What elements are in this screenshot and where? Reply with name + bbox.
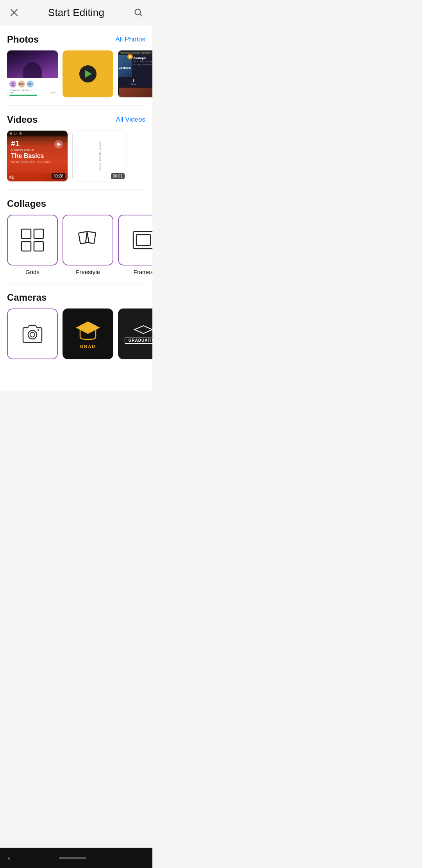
collages-header: Collages <box>0 198 152 215</box>
photo-item-3[interactable]: Adventure Comedy Animation Crime Family … <box>118 50 152 97</box>
videos-title: Videos <box>7 114 38 125</box>
svg-point-4 <box>12 83 14 84</box>
svg-rect-10 <box>86 231 96 244</box>
cameras-header: Cameras <box>0 292 152 308</box>
all-photos-link[interactable]: All Photos <box>115 36 145 43</box>
video-duration-1: 00:28 <box>52 173 65 179</box>
svg-point-14 <box>30 332 35 337</box>
photos-header: Photos All Photos <box>0 34 152 50</box>
frames-icon <box>131 228 152 253</box>
collage-grids-label: Grids <box>25 269 39 275</box>
svg-rect-7 <box>21 242 31 251</box>
graduation-icon <box>74 319 102 343</box>
collages-section: Collages Grids <box>0 190 152 283</box>
svg-point-15 <box>38 329 39 331</box>
collages-title: Collages <box>7 198 46 209</box>
svg-rect-12 <box>136 235 150 246</box>
svg-rect-5 <box>21 229 31 239</box>
collage-frames[interactable]: Frames <box>118 215 152 275</box>
page-title: Start Editing <box>48 7 104 19</box>
photos-title: Photos <box>7 34 39 45</box>
camera-item-3[interactable]: GRADUATION <box>118 308 152 359</box>
svg-rect-8 <box>34 242 43 251</box>
all-videos-link[interactable]: All Videos <box>116 116 145 124</box>
search-button[interactable] <box>131 5 145 20</box>
photo-item-2[interactable] <box>63 50 113 97</box>
cameras-section: Cameras <box>0 283 152 367</box>
grids-icon <box>20 228 45 253</box>
svg-marker-17 <box>134 326 152 334</box>
cameras-scroll: GRAD GRADUATION <box>0 308 152 363</box>
collage-freestyle-label: Freestyle <box>76 269 100 275</box>
videos-header: Videos All Videos <box>0 114 152 131</box>
collages-scroll: Grids Freestyle <box>0 215 152 279</box>
close-button[interactable] <box>7 5 21 20</box>
camera-item-2[interactable]: GRAD <box>63 308 113 359</box>
svg-marker-16 <box>76 321 100 334</box>
camera-icon <box>21 324 44 344</box>
svg-line-3 <box>139 14 142 16</box>
collage-frames-label: Frames <box>134 269 152 275</box>
video-item-1[interactable]: ⊞ ▷ ⚙ #1 Mobizen Tutorial The Basics Mob… <box>7 131 68 181</box>
video-item-2[interactable]: SKETCHMAR.TECH 00:01 <box>72 131 127 181</box>
svg-point-13 <box>28 330 37 339</box>
collage-grids[interactable]: Grids <box>7 215 58 275</box>
grad-cap-small-icon <box>134 324 152 336</box>
svg-rect-6 <box>34 229 43 239</box>
app-header: Start Editing <box>0 0 152 25</box>
video-duration-2: 00:01 <box>111 173 125 179</box>
main-content: Photos All Photos 100+ <box>0 25 152 391</box>
videos-scroll: ⊞ ▷ ⚙ #1 Mobizen Tutorial The Basics Mob… <box>0 131 152 185</box>
photo-item-1[interactable]: 100+ 100+ 12 Months: £2.91/mo Total:£34.… <box>7 50 58 97</box>
videos-section: Videos All Videos ⊞ ▷ ⚙ #1 Mobizen <box>0 106 152 189</box>
camera-item-1[interactable] <box>7 308 58 359</box>
photos-section: Photos All Photos 100+ <box>0 25 152 105</box>
freestyle-icon <box>75 228 100 253</box>
photos-scroll: 100+ 100+ 12 Months: £2.91/mo Total:£34.… <box>0 50 152 101</box>
collage-freestyle[interactable]: Freestyle <box>63 215 113 275</box>
cameras-title: Cameras <box>7 292 46 303</box>
